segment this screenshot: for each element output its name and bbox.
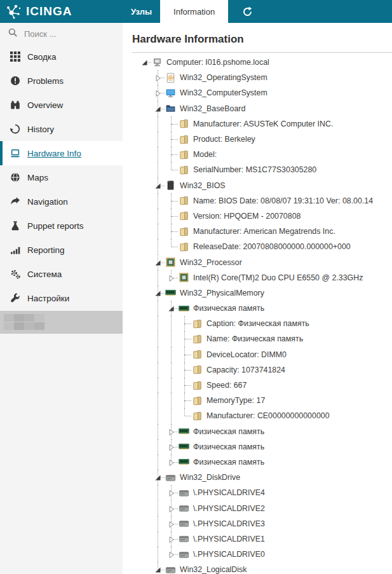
tree-node[interactable]: Win32_LogicalDisk bbox=[123, 562, 392, 574]
collapse-arrow-icon[interactable] bbox=[167, 304, 175, 312]
expand-arrow-icon[interactable] bbox=[167, 535, 175, 543]
tab-bar: Узлы Information bbox=[123, 0, 392, 23]
sidebar-item-label: Hardware Info bbox=[27, 149, 81, 158]
sidebar-item-navigation[interactable]: Navigation bbox=[0, 189, 123, 214]
tree-node[interactable]: \.PHYSICALDRIVE2 bbox=[123, 500, 392, 516]
search-icon bbox=[8, 27, 18, 40]
tab-uzly[interactable]: Узлы bbox=[123, 0, 160, 23]
tree-node[interactable]: DeviceLocator: DIMM0 bbox=[123, 347, 392, 362]
ram-icon bbox=[179, 456, 189, 467]
tree-node[interactable]: Физическая память bbox=[123, 301, 392, 316]
expand-arrow-icon[interactable] bbox=[154, 89, 161, 97]
tree-node[interactable]: Name: BIOS Date: 08/08/07 19:31:10 Ver: … bbox=[123, 193, 392, 208]
sidebar-item-history[interactable]: History bbox=[0, 117, 123, 141]
expand-arrow-icon[interactable] bbox=[167, 274, 175, 282]
tree-node[interactable]: Computer: I016.pshome.local bbox=[123, 55, 392, 70]
property-icon bbox=[192, 349, 203, 360]
collapse-arrow-icon[interactable] bbox=[154, 474, 161, 481]
collapse-arrow-icon[interactable] bbox=[154, 105, 161, 113]
gears-icon bbox=[10, 269, 20, 279]
redacted-user-block[interactable] bbox=[0, 311, 123, 334]
tree-indent-guide bbox=[151, 393, 165, 408]
sidebar-item-sistema[interactable]: Система bbox=[0, 262, 123, 286]
expand-arrow-icon[interactable] bbox=[167, 505, 175, 512]
tree-node[interactable]: Win32_OperatingSystem bbox=[123, 70, 392, 85]
sidebar-item-reporting[interactable]: Reporting bbox=[0, 238, 123, 262]
expand-arrow-icon[interactable] bbox=[167, 550, 175, 558]
tree-indent-guide bbox=[138, 470, 151, 485]
expand-arrow-icon[interactable] bbox=[167, 458, 175, 466]
tree-node[interactable]: SerialNumber: MS1C77S30305280 bbox=[123, 162, 392, 177]
tree-node[interactable]: Win32_Processor bbox=[123, 254, 392, 270]
collapse-arrow-icon[interactable] bbox=[154, 289, 161, 297]
collapse-arrow-icon[interactable] bbox=[154, 259, 161, 266]
tree-node[interactable]: Manufacturer: American Megatrends Inc. bbox=[123, 224, 392, 239]
tree-node[interactable]: Manufacturer: CE00000000000000 bbox=[123, 408, 392, 423]
property-icon bbox=[192, 334, 203, 345]
tree-node[interactable]: Физическая память bbox=[123, 454, 392, 470]
property-icon bbox=[192, 395, 203, 406]
ram-icon bbox=[179, 426, 189, 437]
tree-node[interactable]: Manufacturer: ASUSTeK Computer INC. bbox=[123, 116, 392, 132]
ram-icon bbox=[179, 441, 189, 452]
tree-node[interactable]: Model: bbox=[123, 147, 392, 162]
sidebar-item-nastroyki[interactable]: Настройки bbox=[0, 286, 123, 310]
tree-node[interactable]: Физическая память bbox=[123, 439, 392, 454]
redacted-pixel-tile bbox=[34, 314, 44, 322]
search-input[interactable] bbox=[24, 29, 107, 39]
sidebar-item-svodka[interactable]: Сводка bbox=[0, 44, 123, 69]
tree-connector bbox=[178, 347, 191, 362]
expand-arrow-icon[interactable] bbox=[167, 520, 175, 528]
page-title: Hardware Information bbox=[132, 33, 392, 53]
baseboard-icon bbox=[165, 103, 176, 114]
tree-node[interactable]: Intel(R) Core(TM)2 Duo CPU E6550 @ 2.33G… bbox=[123, 270, 392, 285]
tree-node[interactable]: Product: Berkeley bbox=[123, 132, 392, 147]
tree-node[interactable]: Win32_DiskDrive bbox=[123, 470, 392, 485]
sidebar-item-overview[interactable]: Overview bbox=[0, 93, 123, 117]
expand-arrow-icon[interactable] bbox=[154, 74, 161, 81]
tree-node[interactable]: ReleaseDate: 20070808000000.000000+000 bbox=[123, 239, 392, 254]
expand-arrow-icon[interactable] bbox=[167, 489, 175, 496]
sidebar-item-problems[interactable]: Problems bbox=[0, 69, 123, 93]
collapse-arrow-icon[interactable] bbox=[140, 58, 148, 66]
tree-node[interactable]: \.PHYSICALDRIVE4 bbox=[123, 485, 392, 500]
tree-connector bbox=[178, 393, 191, 408]
tree-indent-guide bbox=[151, 500, 165, 516]
tree-indent-guide bbox=[138, 116, 151, 132]
tree-indent-guide bbox=[151, 424, 165, 439]
tree-node[interactable]: Caption: Физическая память bbox=[123, 316, 392, 331]
tree-node[interactable]: Win32_PhysicalMemory bbox=[123, 285, 392, 301]
tree-node-label: Win32_PhysicalMemory bbox=[180, 289, 264, 297]
tab-information[interactable]: Information bbox=[160, 0, 228, 23]
tree-indent-guide bbox=[138, 439, 151, 454]
tree-node[interactable]: Version: HPQOEM - 20070808 bbox=[123, 208, 392, 224]
sidebar-item-maps[interactable]: Maps bbox=[0, 165, 123, 189]
tree-node[interactable]: MemoryType: 17 bbox=[123, 393, 392, 408]
tree-indent-guide bbox=[151, 547, 165, 562]
tree-connector bbox=[151, 562, 165, 574]
refresh-button[interactable] bbox=[233, 0, 262, 23]
sidebar-item-label: History bbox=[27, 125, 54, 134]
expand-arrow-icon[interactable] bbox=[167, 443, 175, 451]
tree-node[interactable]: Win32_BaseBoard bbox=[123, 101, 392, 116]
app-logo[interactable]: ICINGA bbox=[0, 0, 123, 23]
tree-node[interactable]: \.PHYSICALDRIVE1 bbox=[123, 531, 392, 547]
tree-node[interactable]: Win32_BIOS bbox=[123, 178, 392, 193]
tree-indent-guide bbox=[165, 331, 178, 346]
tree-node[interactable]: Физическая память bbox=[123, 424, 392, 439]
tree-node[interactable]: Speed: 667 bbox=[123, 378, 392, 393]
tree-indent-guide bbox=[151, 331, 165, 346]
tree-node[interactable]: Win32_ComputerSystem bbox=[123, 85, 392, 100]
tree-node[interactable]: Name: Физическая память bbox=[123, 331, 392, 346]
sidebar-item-puppet-reports[interactable]: Puppet reports bbox=[0, 214, 123, 238]
tree-node[interactable]: \.PHYSICALDRIVE3 bbox=[123, 516, 392, 531]
collapse-arrow-icon[interactable] bbox=[154, 182, 161, 189]
tree-indent-guide bbox=[138, 85, 151, 100]
tree-node-label: \.PHYSICALDRIVE3 bbox=[193, 519, 265, 528]
tree-connector bbox=[165, 239, 178, 254]
expand-arrow-icon[interactable] bbox=[167, 428, 175, 435]
collapse-arrow-icon[interactable] bbox=[154, 566, 161, 573]
tree-node[interactable]: \.PHYSICALDRIVE0 bbox=[123, 547, 392, 562]
tree-node[interactable]: Capacity: 1073741824 bbox=[123, 362, 392, 378]
sidebar-item-hardware-info[interactable]: Hardware Info bbox=[0, 141, 123, 165]
